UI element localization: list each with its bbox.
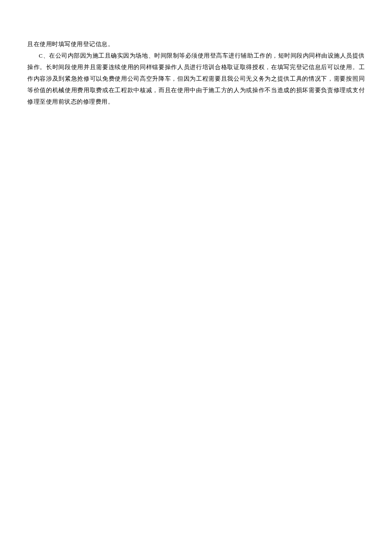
paragraph-1: 且在使用时填写使用登记信息。	[27, 38, 365, 50]
paragraph-2: C、在公司内部因为施工且确实因为场地、时间限制等必须使用登高车进行辅助工作的，短…	[27, 50, 365, 108]
document-content: 且在使用时填写使用登记信息。 C、在公司内部因为施工且确实因为场地、时间限制等必…	[27, 38, 365, 108]
